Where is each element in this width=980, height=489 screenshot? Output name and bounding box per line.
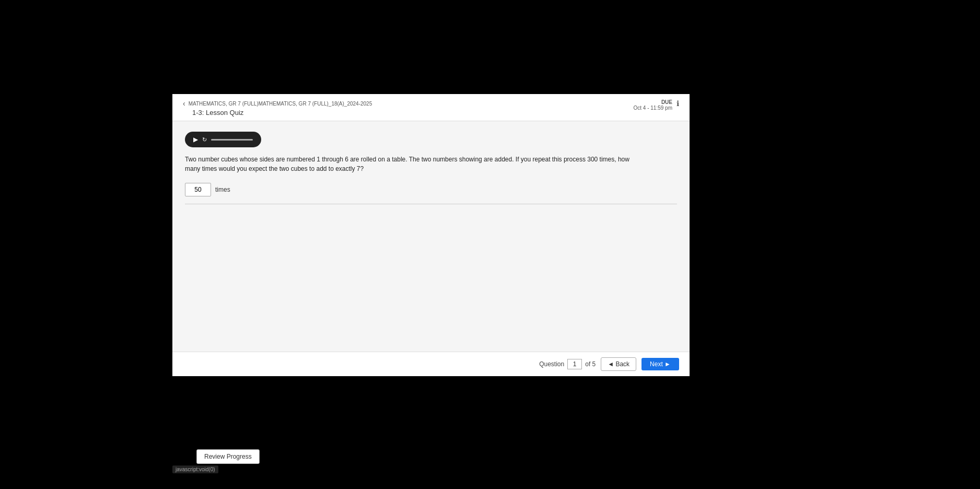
answer-unit: times [215, 186, 230, 193]
play-button[interactable]: ▶ [193, 136, 198, 143]
quiz-window: ‹ MATHEMATICS, GR 7 (FULL)MATHEMATICS, G… [172, 94, 690, 376]
due-date: Oct 4 - 11:59 pm [634, 105, 672, 111]
status-bar: javascript:void(0) [172, 465, 218, 473]
question-nav: Question 1 of 5 [539, 359, 596, 369]
audio-player: ▶ ↻ [185, 132, 261, 147]
review-progress-button[interactable]: Review Progress [196, 449, 260, 464]
due-info: DUE Oct 4 - 11:59 pm ℹ [634, 99, 679, 111]
content-area: ▶ ↻ Two number cubes whose sides are num… [172, 121, 690, 352]
question-number: 1 [567, 359, 582, 369]
back-arrow-icon[interactable]: ‹ [183, 99, 185, 108]
quiz-header: ‹ MATHEMATICS, GR 7 (FULL)MATHEMATICS, G… [172, 94, 690, 121]
divider-line [185, 204, 677, 204]
replay-button[interactable]: ↻ [202, 136, 207, 143]
question-label: Question [539, 360, 564, 368]
of-total: of 5 [585, 360, 596, 368]
audio-progress-bar [211, 139, 253, 141]
info-icon[interactable]: ℹ [676, 99, 679, 108]
answer-row: times [185, 183, 677, 196]
question-text: Two number cubes whose sides are numbere… [185, 155, 634, 173]
lesson-title: 1-3: Lesson Quiz [192, 109, 372, 117]
quiz-footer: Question 1 of 5 ◄ Back Next ► [172, 352, 690, 376]
back-button[interactable]: ◄ Back [601, 357, 636, 371]
back-nav: ‹ MATHEMATICS, GR 7 (FULL)MATHEMATICS, G… [183, 99, 372, 108]
due-label: DUE [634, 99, 672, 105]
breadcrumb: MATHEMATICS, GR 7 (FULL)MATHEMATICS, GR … [189, 101, 372, 107]
breadcrumb-area: ‹ MATHEMATICS, GR 7 (FULL)MATHEMATICS, G… [183, 99, 372, 117]
next-button[interactable]: Next ► [641, 358, 679, 370]
answer-input[interactable] [185, 183, 211, 196]
